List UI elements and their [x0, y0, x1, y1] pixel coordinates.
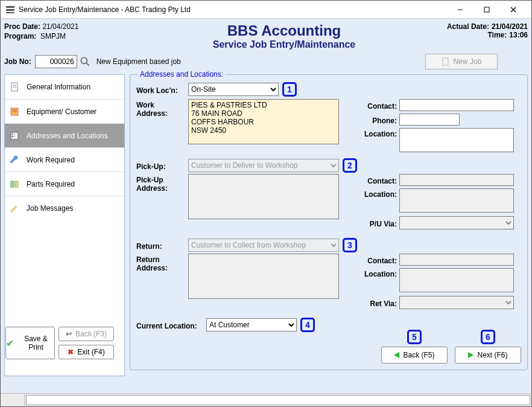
document-icon — [10, 82, 19, 92]
pu-via-select[interactable] — [399, 216, 514, 229]
pickup-location-label: Location: — [358, 188, 397, 199]
sidebar-item-label: Equipment/ Customer — [27, 107, 97, 116]
callout-2: 2 — [343, 158, 357, 173]
window-title: Service Job Entry/Maintenance - ABC Trad… — [19, 5, 447, 14]
pickup-select[interactable]: Customer to Deliver to Workshop — [188, 159, 339, 172]
svg-rect-9 — [443, 58, 448, 65]
svg-rect-17 — [12, 133, 13, 135]
minimize-button[interactable] — [447, 1, 473, 18]
close-icon: ✖ — [68, 348, 74, 356]
pickup-contact-input[interactable] — [399, 174, 514, 186]
pu-via-label: P/U Via: — [358, 218, 397, 228]
content-pane: Addresses and Locations: Work Loc'n: On-… — [130, 74, 528, 376]
arrow-left-icon — [394, 352, 399, 358]
new-job-icon — [442, 57, 450, 66]
svg-rect-16 — [11, 132, 18, 139]
return-location-label: Location: — [358, 268, 397, 278]
actual-date-label: Actual Date: — [435, 22, 489, 31]
clip-list-icon — [10, 131, 19, 141]
work-contact-input[interactable] — [399, 99, 514, 111]
header-row: Proc Date: 21/04/2021 Program: SMPJM BBS… — [4, 22, 528, 50]
title-bar: Service Job Entry/Maintenance - ABC Trad… — [1, 1, 531, 19]
svg-rect-18 — [12, 136, 13, 137]
svg-line-8 — [86, 63, 89, 66]
back-f5-label: Back (F5) — [403, 351, 434, 359]
return-label: Return: — [136, 240, 185, 251]
header-left: Proc Date: 21/04/2021 Program: SMPJM — [4, 22, 155, 42]
svg-rect-19 — [11, 181, 14, 187]
current-location-select[interactable]: At Customer — [206, 318, 297, 332]
work-address-label: Work Address: — [136, 99, 185, 152]
ret-via-select[interactable] — [399, 296, 514, 309]
work-locn-select[interactable]: On-Site — [188, 83, 279, 96]
svg-rect-0 — [6, 6, 14, 8]
proc-date-label: Proc Date: — [4, 22, 40, 31]
return-contact-label: Contact: — [358, 255, 397, 265]
callout-3: 3 — [343, 238, 357, 252]
addresses-locations-group: Addresses and Locations: Work Loc'n: On-… — [130, 74, 528, 370]
sidebar-item-work-required[interactable]: Work Required — [5, 147, 124, 171]
footer-buttons: ✔ Save & Print ↩ Back (F3) ✖ Exit (F4) — [5, 327, 114, 359]
pickup-location-input[interactable] — [399, 188, 514, 213]
sidebar-item-parts-required[interactable]: Parts Required — [5, 171, 124, 196]
window-controls — [447, 1, 527, 18]
header-center: BBS Accounting Service Job Entry/Mainten… — [155, 22, 413, 50]
back-f3-label: Back (F3) — [75, 330, 107, 338]
jobno-input[interactable] — [35, 55, 77, 68]
return-select[interactable]: Customer to Collect from Workshop — [188, 239, 339, 252]
svg-rect-4 — [484, 7, 489, 12]
maximize-button[interactable] — [473, 1, 500, 18]
save-print-label: Save & Print — [17, 335, 54, 352]
back-f3-button[interactable]: ↩ Back (F3) — [59, 327, 114, 341]
list-icon — [10, 107, 19, 117]
group-legend: Addresses and Locations: — [138, 70, 226, 79]
edit-icon — [10, 204, 19, 213]
status-segment — [1, 394, 25, 406]
current-location-label: Current Location: — [136, 320, 203, 330]
program-label: Program: — [4, 32, 36, 40]
back-f5-button[interactable]: Back (F5) — [381, 347, 448, 364]
return-address-input[interactable] — [188, 254, 339, 299]
svg-rect-2 — [6, 12, 14, 13]
client-area: Proc Date: 21/04/2021 Program: SMPJM BBS… — [1, 19, 531, 393]
status-progress — [26, 395, 530, 405]
program-value: SMPJM — [40, 32, 66, 40]
sidebar-item-addresses-locations[interactable]: Addresses and Locations — [5, 123, 124, 147]
work-location-label: Location: — [358, 128, 397, 138]
return-contact-input[interactable] — [399, 254, 514, 266]
work-phone-input[interactable] — [399, 114, 460, 126]
time-label: Time: — [452, 31, 507, 39]
sidebar-item-job-messages[interactable]: Job Messages — [5, 196, 124, 220]
ret-via-label: Ret Via: — [358, 298, 397, 308]
parts-icon — [10, 179, 19, 189]
work-address-input[interactable]: PIES & PASTRIES LTD 76 MAIN ROAD COFFS H… — [188, 99, 339, 144]
jobno-row: Job No: New Equipment based job New Job — [4, 54, 528, 69]
search-icon[interactable] — [80, 56, 90, 67]
pickup-address-label: Pick-Up Address: — [136, 174, 185, 229]
proc-date-value: 21/04/2021 — [42, 22, 78, 31]
sidebar-item-label: Addresses and Locations — [27, 132, 108, 140]
work-contact-label: Contact: — [358, 100, 397, 111]
time-value: 13:06 — [509, 31, 528, 39]
undo-icon: ↩ — [66, 330, 72, 338]
work-location-input[interactable] — [399, 128, 514, 152]
sidebar-item-label: Job Messages — [27, 204, 73, 213]
pickup-address-input[interactable] — [188, 174, 339, 219]
svg-point-7 — [81, 57, 87, 63]
return-location-input[interactable] — [399, 268, 514, 292]
jobno-desc: New Equipment based job — [97, 57, 181, 66]
sidebar-item-label: Work Required — [27, 156, 75, 164]
callout-4: 4 — [300, 318, 315, 332]
sidebar-item-general-info[interactable]: General Information — [5, 75, 124, 99]
pickup-label: Pick-Up: — [136, 161, 185, 171]
next-f6-button[interactable]: Next (F6) — [455, 347, 521, 364]
new-job-button[interactable]: New Job — [425, 54, 498, 69]
header-right: Actual Date:21/04/2021 Time:13:06 — [413, 22, 528, 39]
callout-5: 5 — [407, 330, 422, 344]
svg-rect-20 — [15, 181, 18, 187]
close-button[interactable] — [500, 1, 527, 18]
sidebar-item-equipment-customer[interactable]: Equipment/ Customer — [5, 99, 124, 123]
save-print-button[interactable]: ✔ Save & Print — [5, 327, 55, 359]
exit-f4-button[interactable]: ✖ Exit (F4) — [59, 345, 114, 359]
sidebar-item-label: General Information — [27, 83, 90, 91]
